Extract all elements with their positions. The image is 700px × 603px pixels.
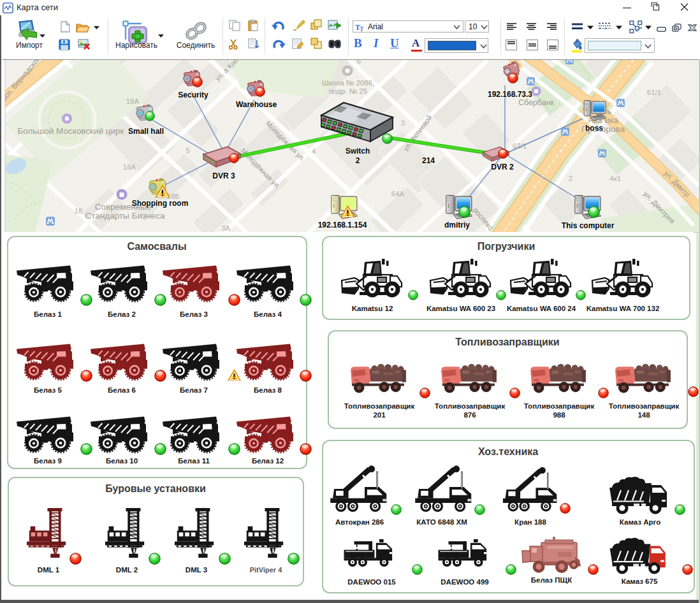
svg-text:6: 6 (357, 59, 361, 65)
svg-text:подр. № 25: подр. № 25 (329, 87, 367, 95)
svg-text:18А: 18А (123, 163, 136, 171)
svg-text:Стандарты Бизнеса: Стандарты Бизнеса (85, 211, 165, 221)
svg-text:T: T (360, 25, 364, 32)
svg-text:5: 5 (186, 147, 190, 154)
svg-text:2: 2 (569, 175, 572, 182)
svg-text:18: 18 (75, 207, 83, 215)
svg-text:Сбербанк: Сбербанк (518, 98, 555, 107)
svg-text:4к1: 4к1 (609, 175, 621, 182)
svg-text:64А: 64А (391, 190, 405, 198)
svg-text:Школа № 2086,: Школа № 2086, (322, 79, 374, 87)
svg-text:3: 3 (401, 119, 405, 127)
svg-text:62/1: 62/1 (513, 142, 527, 150)
svg-text:3А: 3А (221, 224, 230, 232)
svg-text:61/1: 61/1 (647, 89, 661, 96)
svg-text:4: 4 (312, 147, 316, 155)
svg-text:Большой Московский цирк: Большой Московский цирк (17, 126, 124, 136)
